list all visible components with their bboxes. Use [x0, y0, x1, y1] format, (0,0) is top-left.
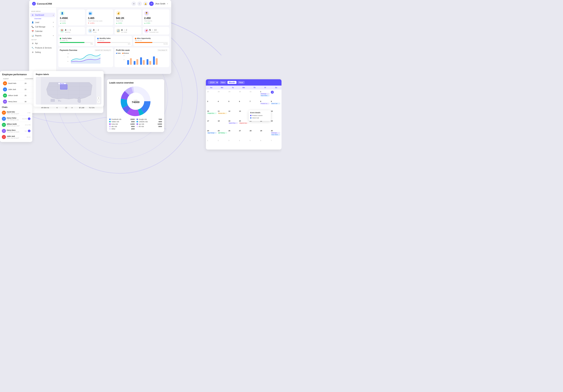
activity-schedule: 📌 5 » 10 Schedule visit [143, 27, 169, 35]
cal-date: 6 [260, 139, 270, 141]
cal-cell[interactable]: 23 [270, 120, 281, 129]
cal-cell[interactable]: 25QA Testing [217, 129, 228, 139]
sidebar-item-calendar[interactable]: 📅 Calendar [29, 29, 56, 33]
cal-date: 13 [239, 110, 248, 112]
profit-sortby[interactable]: This Week ▼ [157, 49, 168, 51]
meeting-num: 4 [65, 29, 66, 31]
sidebar-label-callmanage: Call Manage [35, 26, 45, 28]
yearly-sales-sub: ₹3.456K (4) [60, 40, 93, 41]
cal-cell-next[interactable]: 3 [228, 139, 238, 149]
cal-cell[interactable]: 3 [207, 100, 217, 110]
sidebar-item-lead[interactable]: 👤 Lead ▼ [29, 20, 56, 25]
user-dropdown-icon[interactable]: ▼ [167, 3, 168, 5]
emp-title: Employee performance [2, 73, 27, 76]
moon-icon[interactable]: ☾ [137, 1, 142, 6]
bottom-charts-row: Payments Overview SHORT BY: Monthly ▼ 10… [58, 48, 169, 67]
stat-label-all-leads: All Leads [60, 20, 84, 22]
stat-label-agents: Total Agents [144, 20, 168, 22]
cal-cell[interactable]: 18 [217, 120, 228, 129]
cal-cell[interactable]: 21 [249, 120, 259, 129]
lead-icon: 👤 [31, 21, 34, 24]
sidebar-sub-overview[interactable]: Overview [29, 17, 56, 20]
cal-cell[interactable]: 13 [239, 110, 249, 119]
sidebar-item-products[interactable]: 🔧 Products & Services [29, 46, 56, 50]
cal-cell-next[interactable]: 4 [239, 139, 249, 149]
cal-cell-prev[interactable]: 31 [249, 90, 259, 100]
cal-cell[interactable]: 30Redesign ...Team Meet... [270, 129, 281, 139]
cal-date: 27 [239, 130, 248, 132]
yearly-sales-pct: 75% [60, 43, 93, 45]
chat-item[interactable]: HF Henry Fisher I am waiting for you 5:5… [2, 116, 30, 122]
agent-name: Jubin Jack [8, 89, 16, 90]
month-view-button[interactable]: Month [228, 81, 236, 84]
cal-date: 17 [207, 120, 217, 122]
schedule-icon: 📌 [144, 29, 149, 33]
cal-cell[interactable]: 5 [228, 100, 238, 110]
legend-dot [109, 128, 111, 130]
chat-item[interactable]: JJ Jubin Jack Hello, how are you? Oct 31 [2, 134, 30, 140]
cal-cell-prev[interactable]: 30 [239, 90, 249, 100]
all-leads-icon: 👤 [60, 11, 64, 16]
cal-cell-prev[interactable]: 29 [228, 90, 238, 100]
cal-cell[interactable]: 26 [228, 129, 238, 139]
cal-cell[interactable]: 4 [217, 100, 228, 110]
calendar-panel: 2024 Nov Month Year Su Mo Tu We Th Fr Sa… [206, 79, 282, 150]
stat-card-agents: 👨‍💼 2.450 Total Agents ▲ 2.59% [143, 9, 169, 25]
cal-cell[interactable]: 11Review Me... [217, 110, 228, 119]
cal-cell-next[interactable]: 5 [249, 139, 259, 149]
legend-dot [137, 126, 138, 127]
sidebar-item-setting[interactable]: ⚙ Setting [29, 50, 56, 54]
legend-value: 2000 [131, 128, 135, 130]
cal-cell[interactable]: 10Project De... [207, 110, 217, 119]
cal-cell[interactable]: 29 [260, 129, 270, 139]
cal-cell[interactable]: 20Reports Due [239, 120, 249, 129]
chat-item[interactable]: DH David Helo Hello, how are you? 2 min [2, 110, 30, 116]
cal-cell-prev[interactable]: 28 [217, 90, 228, 100]
cal-cell-next[interactable]: 1 [207, 139, 217, 149]
chat-item[interactable]: WS Wilium Smith Where are you now? 10:11… [2, 122, 30, 128]
cal-date: 26 [228, 130, 238, 132]
zoom-in-button[interactable]: + [97, 96, 100, 100]
cal-cell-next[interactable]: 2 [217, 139, 228, 149]
cal-cell[interactable]: 17 [207, 120, 217, 129]
legend-dot [137, 123, 138, 125]
cal-cell[interactable]: 1Redesign ...Team Meet... [260, 90, 270, 100]
legend-label: Twitter Ads [111, 121, 119, 123]
year-view-button[interactable]: Year [238, 81, 245, 84]
day-mo: Mo [217, 86, 228, 89]
nov-button[interactable]: Nov [220, 81, 226, 84]
cal-cell[interactable]: 7 [249, 100, 259, 110]
cal-date: 27 [207, 91, 217, 93]
sun-icon[interactable]: ☀ [131, 1, 136, 6]
cal-cell[interactable]: 27 [239, 129, 249, 139]
cal-cell[interactable]: 12 [228, 110, 238, 119]
sidebar-item-callmanage[interactable]: 📞 Call Manage ▼ [29, 25, 56, 29]
year-select[interactable]: 2024 [208, 81, 218, 84]
cal-cell-prev[interactable]: 27 [207, 90, 217, 100]
cal-cell[interactable]: 16 [270, 110, 281, 119]
cal-cell[interactable]: 28 [249, 129, 259, 139]
chat-item[interactable]: HD Henry Deco Thank you so much! Sun 3 [2, 128, 30, 134]
legend-value: 10000 [157, 123, 162, 125]
meeting-num2: 1 [70, 29, 71, 31]
sidebar-item-api[interactable]: ⚙ Api [29, 41, 56, 46]
chat-avatar: JJ [2, 135, 6, 139]
zoom-out-button[interactable]: − [97, 100, 100, 103]
cal-cell[interactable]: 9Client Call [270, 100, 281, 110]
cal-cell[interactable]: 6 [239, 100, 249, 110]
stat-label-profit: Total Profit [116, 20, 140, 22]
cal-cell[interactable]: 8Product La... [260, 100, 270, 110]
cal-cell[interactable]: 2 [270, 90, 281, 100]
payments-sortby[interactable]: SHORT BY: Monthly ▼ [94, 49, 112, 51]
cal-cell[interactable]: 22 [260, 120, 270, 129]
sidebar-item-reports[interactable]: 📊 Reports ▼ [29, 33, 56, 38]
cal-cell-next[interactable]: 6 [260, 139, 270, 149]
map-container: Wyoming + − [36, 77, 102, 104]
cal-cell-next[interactable]: 7 [270, 139, 281, 149]
sidebar-item-dashboard[interactable]: ⊞ Dashboard ▲ [30, 13, 55, 17]
cal-cell[interactable]: 24App Design [207, 129, 217, 139]
bell-icon[interactable]: 🔔 [143, 1, 148, 6]
legend-item: Twitter Ads 5000 [109, 121, 135, 123]
svg-rect-8 [127, 60, 129, 65]
cal-cell[interactable]: 19Sprint Plan... [228, 120, 238, 129]
